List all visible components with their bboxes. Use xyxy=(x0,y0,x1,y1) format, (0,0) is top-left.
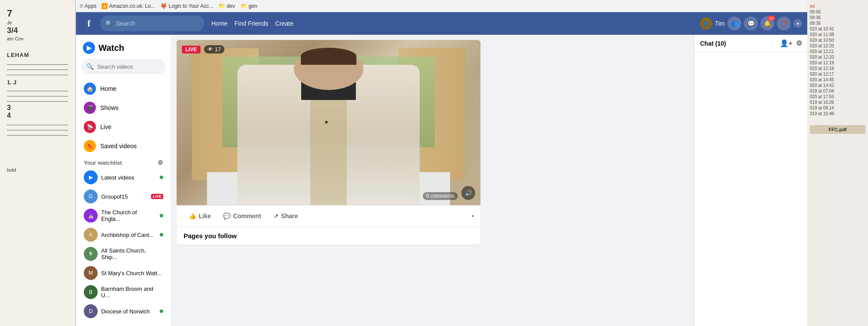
ffc-label[interactable]: FFC.pdf xyxy=(810,125,865,134)
help-icon-btn[interactable]: ❓ xyxy=(777,17,791,30)
nav-link-create[interactable]: Create xyxy=(275,20,293,27)
action-dot xyxy=(472,215,473,217)
dropdown-arrow[interactable]: ▾ xyxy=(793,19,802,28)
friends-icon-btn[interactable]: 👥 xyxy=(727,17,741,30)
groupof15-avatar: G xyxy=(84,190,98,203)
question-icon: ❓ xyxy=(780,20,788,27)
watchlist-item-barnham[interactable]: B Barnham Broom and U... xyxy=(79,283,168,302)
live-icon: 📡 xyxy=(84,121,96,133)
main-content: LIVE 👁 17 🔊 9 comments xyxy=(171,35,694,326)
messenger-icon: 💬 xyxy=(747,20,755,27)
nav-link-home[interactable]: Home xyxy=(211,20,227,27)
ts-item-0: 09:56 xyxy=(810,9,865,15)
watch-sidebar: ▶ Watch 🔍 Search videos 🏠 Home 🎬 Shows 📡 xyxy=(76,35,171,326)
sound-icon-btn[interactable]: 🔊 xyxy=(461,186,475,200)
watchlist-item-st-marys[interactable]: M St Mary's Church Watt... xyxy=(79,263,168,283)
watchlist-item-church-england[interactable]: ⛪ The Church of Engla... xyxy=(79,206,168,225)
mozilla-icon: 🦊 xyxy=(160,3,167,9)
comment-icon: 💬 xyxy=(223,213,230,220)
home-icon: 🏠 xyxy=(84,83,96,95)
add-person-icon[interactable]: 👤+ xyxy=(780,39,792,47)
speaker-icon: 🔊 xyxy=(465,190,472,196)
ts-item-7: 020 at 12:21 xyxy=(810,49,865,54)
chat-gear-icon[interactable]: ⚙ xyxy=(796,39,802,47)
time-signature: 3/4 xyxy=(4,25,71,36)
folder-icon-dev: 📁 xyxy=(218,3,225,9)
search-icon: 🔍 xyxy=(105,20,112,27)
menu-item-shows[interactable]: 🎬 Shows xyxy=(79,98,168,117)
page-follow-heading: Pages you follow xyxy=(177,226,480,245)
hair xyxy=(301,48,356,65)
ts-item-4: 020 at 11:38 xyxy=(810,32,865,37)
amazon-icon: a xyxy=(102,3,108,9)
live-badge: LIVE xyxy=(182,46,201,53)
bookmark-dev[interactable]: 📁 dev xyxy=(218,3,235,9)
archbishop-avatar: A xyxy=(84,228,98,242)
ts-item-15: 020 at 17:55 xyxy=(810,94,865,100)
menu-item-live[interactable]: 📡 Live xyxy=(79,117,168,136)
video-search[interactable]: 🔍 Search videos xyxy=(81,59,166,74)
notification-count: 10 xyxy=(767,16,775,21)
menu-item-home[interactable]: 🏠 Home xyxy=(79,79,168,98)
messenger-icon-btn[interactable]: 💬 xyxy=(744,17,758,30)
search-bar[interactable]: 🔍 Search xyxy=(100,16,204,31)
viewer-count: 👁 17 xyxy=(204,45,224,53)
church-online-dot xyxy=(160,214,163,217)
lyric1: 1. J xyxy=(4,77,71,86)
watchlist-item-all-saints[interactable]: ✟ All Saints Church, Ship... xyxy=(79,244,168,263)
watch-icon: ▶ xyxy=(83,42,95,54)
facebook-logo: f xyxy=(81,16,97,31)
ts-item-10: 020 at 12:18 xyxy=(810,66,865,71)
watchlist-item-diocese[interactable]: D Diocese of Norwich xyxy=(79,302,168,321)
comment-button[interactable]: 💬 Comment xyxy=(218,209,266,223)
video-thumbnail xyxy=(177,40,480,205)
bookmarks-bar: ⊞ Apps a Amazon.co.uk: Lo... 🦊 Login to … xyxy=(76,0,807,12)
ts-label: ed xyxy=(810,3,865,9)
shows-icon: 🎬 xyxy=(84,102,96,114)
ts-item-6: 020 at 12:33 xyxy=(810,43,865,49)
diocese-online-dot xyxy=(160,309,163,313)
sheet-music-number: 7 xyxy=(4,4,71,20)
nav-links: Home Find Friends Create xyxy=(211,20,697,27)
menu-item-saved[interactable]: 🔖 Saved videos xyxy=(79,136,168,156)
archbishop-online-dot xyxy=(160,233,163,236)
nav-link-find-friends[interactable]: Find Friends xyxy=(234,20,268,27)
watchlist-section: Your watchlist ⚙ xyxy=(79,156,168,168)
like-button[interactable]: 👍 Like xyxy=(184,209,216,223)
ts-item-17: 019 at 08:14 xyxy=(810,105,865,111)
bookmark-gen[interactable]: 📁 gen xyxy=(240,3,257,9)
watchlist-gear-icon[interactable]: ⚙ xyxy=(158,159,163,166)
video-player[interactable]: LIVE 👁 17 🔊 9 comments xyxy=(177,40,480,205)
user-button[interactable]: 👤 Tim xyxy=(700,17,725,30)
chat-header: Chat (10) 👤+ ⚙ xyxy=(695,35,807,52)
diocese-avatar: D xyxy=(84,304,98,318)
video-actions-bar: 👍 Like 💬 Comment ↗ Share xyxy=(177,205,480,226)
folder-icon-gen: 📁 xyxy=(240,3,247,9)
live-badge-item: LIVE xyxy=(151,194,163,199)
facebook-content: ▶ Watch 🔍 Search videos 🏠 Home 🎬 Shows 📡 xyxy=(76,35,807,326)
bookmark-apps[interactable]: ⊞ Apps xyxy=(79,3,96,9)
watchlist-item-latest[interactable]: ▶ Latest videos xyxy=(79,168,168,187)
notifications-icon-btn[interactable]: 🔔 10 xyxy=(760,17,774,30)
ts-item-2: 09:36 xyxy=(810,20,865,26)
watchlist-item-archbishop[interactable]: A Archbishop of Cant... xyxy=(79,225,168,244)
all-saints-avatar: ✟ xyxy=(84,247,98,261)
bottom-text: hold xyxy=(4,159,71,174)
facebook-navbar: f 🔍 Search Home Find Friends Create 👤 Ti… xyxy=(76,12,807,35)
watch-title: ▶ Watch xyxy=(79,40,168,59)
ts-item-5: 020 at 10:50 xyxy=(810,37,865,43)
background-scene: 7 Je 3/4 am Cov LEHAM 1. J 34 hold ⊞ xyxy=(0,0,868,326)
ts-item-11: 020 at 12:17 xyxy=(810,71,865,77)
search-placeholder: Search xyxy=(116,20,135,27)
share-button[interactable]: ↗ Share xyxy=(268,209,303,223)
screen-container: ⊞ Apps a Amazon.co.uk: Lo... 🦊 Login to … xyxy=(76,0,807,326)
st-marys-avatar: M xyxy=(84,266,98,280)
watchlist-item-groupof15[interactable]: G Groupof15 LIVE xyxy=(79,187,168,206)
video-card: LIVE 👁 17 🔊 9 comments xyxy=(177,40,480,245)
share-icon: ↗ xyxy=(273,213,279,220)
like-icon: 👍 xyxy=(189,213,196,220)
bookmark-login[interactable]: 🦊 Login to Your Acc... xyxy=(160,3,213,9)
ts-item-1: 09:36 xyxy=(810,15,865,20)
bookmark-amazon[interactable]: a Amazon.co.uk: Lo... xyxy=(102,3,155,9)
ts-item-8: 020 at 12:20 xyxy=(810,54,865,60)
